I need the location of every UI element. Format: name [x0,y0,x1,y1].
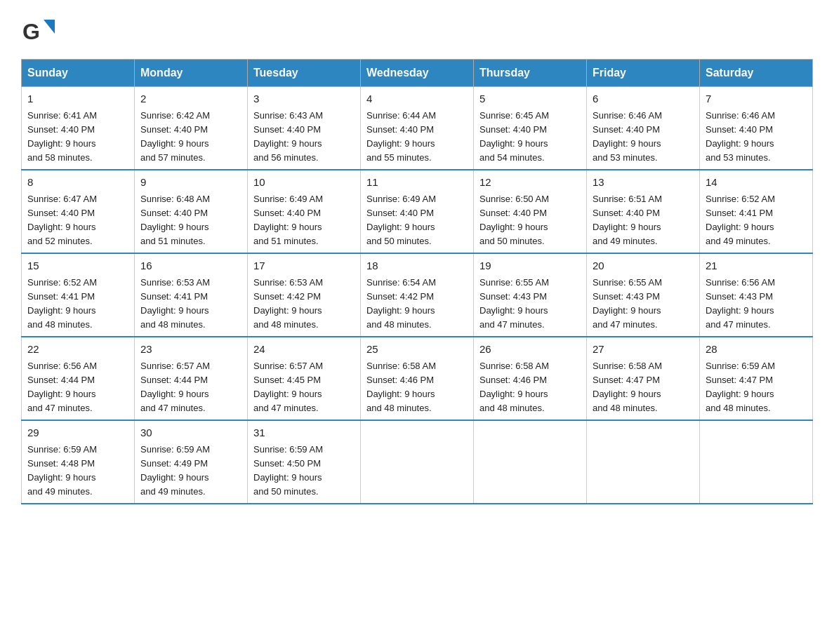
day-number: 16 [140,258,241,274]
day-info: Sunrise: 6:59 AMSunset: 4:48 PMDaylight:… [27,443,128,499]
calendar-cell: 5Sunrise: 6:45 AMSunset: 4:40 PMDaylight… [474,87,587,170]
calendar-cell: 2Sunrise: 6:42 AMSunset: 4:40 PMDaylight… [135,87,248,170]
calendar-week-row: 8Sunrise: 6:47 AMSunset: 4:40 PMDaylight… [22,170,813,253]
day-number: 26 [479,342,581,358]
calendar-cell: 8Sunrise: 6:47 AMSunset: 4:40 PMDaylight… [22,170,135,253]
day-number: 12 [479,175,581,191]
svg-text:G: G [22,19,40,44]
day-info: Sunrise: 6:55 AMSunset: 4:43 PMDaylight:… [479,276,581,333]
column-header-wednesday: Wednesday [361,60,474,87]
calendar-cell: 13Sunrise: 6:51 AMSunset: 4:40 PMDayligh… [587,170,700,253]
calendar-week-row: 15Sunrise: 6:52 AMSunset: 4:41 PMDayligh… [22,253,813,337]
day-number: 14 [706,175,807,191]
day-number: 3 [253,91,355,107]
calendar-cell: 24Sunrise: 6:57 AMSunset: 4:45 PMDayligh… [248,337,361,420]
day-number: 15 [27,258,128,274]
calendar-cell [700,420,813,504]
calendar-week-row: 22Sunrise: 6:56 AMSunset: 4:44 PMDayligh… [22,337,813,420]
day-number: 20 [593,258,694,274]
calendar-cell: 12Sunrise: 6:50 AMSunset: 4:40 PMDayligh… [474,170,587,253]
day-number: 24 [253,342,355,358]
calendar-cell: 16Sunrise: 6:53 AMSunset: 4:41 PMDayligh… [135,253,248,337]
calendar-cell: 10Sunrise: 6:49 AMSunset: 4:40 PMDayligh… [248,170,361,253]
column-header-saturday: Saturday [700,60,813,87]
calendar-week-row: 29Sunrise: 6:59 AMSunset: 4:48 PMDayligh… [22,420,813,504]
calendar-cell: 29Sunrise: 6:59 AMSunset: 4:48 PMDayligh… [22,420,135,504]
day-number: 19 [479,258,581,274]
day-number: 25 [366,342,468,358]
calendar-table: SundayMondayTuesdayWednesdayThursdayFrid… [21,59,813,504]
calendar-cell: 9Sunrise: 6:48 AMSunset: 4:40 PMDaylight… [135,170,248,253]
day-info: Sunrise: 6:56 AMSunset: 4:44 PMDaylight:… [27,359,128,416]
calendar-cell: 14Sunrise: 6:52 AMSunset: 4:41 PMDayligh… [700,170,813,253]
day-number: 30 [140,425,241,441]
day-info: Sunrise: 6:50 AMSunset: 4:40 PMDaylight:… [479,192,581,249]
calendar-cell: 23Sunrise: 6:57 AMSunset: 4:44 PMDayligh… [135,337,248,420]
day-info: Sunrise: 6:49 AMSunset: 4:40 PMDaylight:… [366,192,468,249]
calendar-cell [361,420,474,504]
day-info: Sunrise: 6:58 AMSunset: 4:46 PMDaylight:… [366,359,468,416]
logo: G [21,14,56,45]
day-info: Sunrise: 6:57 AMSunset: 4:44 PMDaylight:… [140,359,241,416]
day-info: Sunrise: 6:46 AMSunset: 4:40 PMDaylight:… [706,109,807,166]
calendar-cell: 30Sunrise: 6:59 AMSunset: 4:49 PMDayligh… [135,420,248,504]
calendar-cell: 26Sunrise: 6:58 AMSunset: 4:46 PMDayligh… [474,337,587,420]
day-number: 7 [706,91,807,107]
day-info: Sunrise: 6:52 AMSunset: 4:41 PMDaylight:… [27,276,128,333]
day-number: 5 [479,91,581,107]
calendar-cell: 4Sunrise: 6:44 AMSunset: 4:40 PMDaylight… [361,87,474,170]
day-number: 18 [366,258,468,274]
calendar-cell: 31Sunrise: 6:59 AMSunset: 4:50 PMDayligh… [248,420,361,504]
day-number: 22 [27,342,128,358]
day-number: 27 [593,342,694,358]
calendar-cell: 6Sunrise: 6:46 AMSunset: 4:40 PMDaylight… [587,87,700,170]
day-number: 13 [593,175,694,191]
day-info: Sunrise: 6:46 AMSunset: 4:40 PMDaylight:… [593,109,694,166]
day-info: Sunrise: 6:44 AMSunset: 4:40 PMDaylight:… [366,109,468,166]
day-info: Sunrise: 6:52 AMSunset: 4:41 PMDaylight:… [706,192,807,249]
day-info: Sunrise: 6:56 AMSunset: 4:43 PMDaylight:… [706,276,807,333]
calendar-header-row: SundayMondayTuesdayWednesdayThursdayFrid… [22,60,813,87]
calendar-cell: 7Sunrise: 6:46 AMSunset: 4:40 PMDaylight… [700,87,813,170]
day-number: 31 [253,425,355,441]
calendar-cell [474,420,587,504]
calendar-cell: 27Sunrise: 6:58 AMSunset: 4:47 PMDayligh… [587,337,700,420]
calendar-cell [587,420,700,504]
calendar-cell: 1Sunrise: 6:41 AMSunset: 4:40 PMDaylight… [22,87,135,170]
calendar-cell: 18Sunrise: 6:54 AMSunset: 4:42 PMDayligh… [361,253,474,337]
day-number: 4 [366,91,468,107]
day-number: 6 [593,91,694,107]
calendar-cell: 28Sunrise: 6:59 AMSunset: 4:47 PMDayligh… [700,337,813,420]
day-info: Sunrise: 6:54 AMSunset: 4:42 PMDaylight:… [366,276,468,333]
day-info: Sunrise: 6:53 AMSunset: 4:41 PMDaylight:… [140,276,241,333]
day-info: Sunrise: 6:58 AMSunset: 4:46 PMDaylight:… [479,359,581,416]
day-info: Sunrise: 6:55 AMSunset: 4:43 PMDaylight:… [593,276,694,333]
calendar-cell: 3Sunrise: 6:43 AMSunset: 4:40 PMDaylight… [248,87,361,170]
day-number: 2 [140,91,241,107]
calendar-cell: 17Sunrise: 6:53 AMSunset: 4:42 PMDayligh… [248,253,361,337]
day-info: Sunrise: 6:58 AMSunset: 4:47 PMDaylight:… [593,359,694,416]
day-info: Sunrise: 6:47 AMSunset: 4:40 PMDaylight:… [27,192,128,249]
day-info: Sunrise: 6:53 AMSunset: 4:42 PMDaylight:… [253,276,355,333]
day-number: 8 [27,175,128,191]
day-number: 28 [706,342,807,358]
day-info: Sunrise: 6:45 AMSunset: 4:40 PMDaylight:… [479,109,581,166]
day-info: Sunrise: 6:43 AMSunset: 4:40 PMDaylight:… [253,109,355,166]
day-number: 17 [253,258,355,274]
column-header-tuesday: Tuesday [248,60,361,87]
day-info: Sunrise: 6:49 AMSunset: 4:40 PMDaylight:… [253,192,355,249]
day-info: Sunrise: 6:59 AMSunset: 4:47 PMDaylight:… [706,359,807,416]
day-number: 29 [27,425,128,441]
calendar-cell: 20Sunrise: 6:55 AMSunset: 4:43 PMDayligh… [587,253,700,337]
day-info: Sunrise: 6:57 AMSunset: 4:45 PMDaylight:… [253,359,355,416]
column-header-sunday: Sunday [22,60,135,87]
column-header-monday: Monday [135,60,248,87]
column-header-friday: Friday [587,60,700,87]
day-info: Sunrise: 6:41 AMSunset: 4:40 PMDaylight:… [27,109,128,166]
day-info: Sunrise: 6:51 AMSunset: 4:40 PMDaylight:… [593,192,694,249]
column-header-thursday: Thursday [474,60,587,87]
page-header: G [21,14,813,45]
calendar-cell: 25Sunrise: 6:58 AMSunset: 4:46 PMDayligh… [361,337,474,420]
calendar-cell: 11Sunrise: 6:49 AMSunset: 4:40 PMDayligh… [361,170,474,253]
day-number: 1 [27,91,128,107]
